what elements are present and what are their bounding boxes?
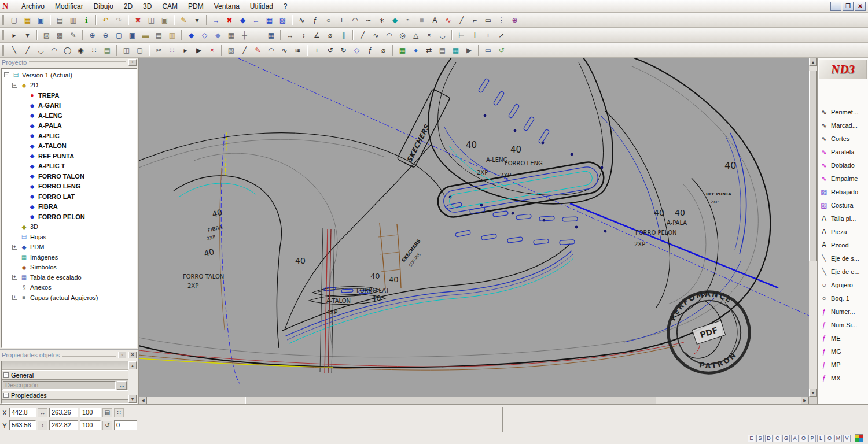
function-tool[interactable]: ƒ (363, 44, 377, 56)
point-list-tool[interactable]: ⋮ (495, 14, 508, 26)
red-pen-tool[interactable]: ✎ (251, 44, 264, 56)
tool-item-marcad[interactable]: ∿Marcad... (818, 119, 868, 132)
line-2pt-tool[interactable]: ╱ (356, 29, 369, 41)
copy-piece-button[interactable]: ◇ (198, 29, 211, 41)
layer-letter-v-11[interactable]: V (843, 435, 851, 442)
tool-item-num-si[interactable]: ƒNum.Si... (818, 318, 868, 331)
tree-item-fibra[interactable]: ◆FIBRA (2, 202, 137, 212)
images-button[interactable]: ▦ (449, 44, 462, 56)
green-panel-button[interactable]: ▦ (396, 44, 409, 56)
tree-item-versi-n-1-actual[interactable]: −▤Versión 1 (Actual) (2, 70, 137, 80)
export-button[interactable]: ← (249, 14, 263, 26)
menu-pdm[interactable]: PDM (183, 1, 209, 12)
arrow-ne-tool[interactable]: ↗ (495, 29, 508, 41)
grid-select-button[interactable]: ▦ (263, 14, 276, 26)
world-view-button[interactable]: ● (409, 44, 422, 56)
diameter-tool[interactable]: ⌀ (377, 44, 390, 56)
tree-item-forro-pelon[interactable]: ◆FORRO PELON (2, 212, 137, 222)
layer-letter-c-3[interactable]: C (774, 435, 781, 442)
tool-item-perimet[interactable]: ∿Perimet... (818, 105, 868, 119)
horizontal-scroll-thumb[interactable] (245, 397, 656, 405)
menu-dibujo[interactable]: Dibujo (89, 1, 119, 12)
select-dropdown[interactable]: ▾ (21, 29, 34, 41)
stats-button[interactable]: ▦ (225, 29, 238, 41)
canvas-horizontal-scrollbar[interactable]: ◀ ▶ (139, 397, 817, 405)
next-piece-button[interactable]: ◆ (211, 29, 225, 41)
rotate-icon[interactable]: ↺ (102, 421, 112, 430)
tool-item-numer[interactable]: ƒNumer... (818, 305, 868, 318)
menu-2d[interactable]: 2D (119, 1, 138, 12)
menu-help[interactable]: ? (278, 1, 293, 12)
minimize-button[interactable]: _ (830, 2, 841, 11)
ellipse-tool[interactable]: ◯ (61, 44, 74, 56)
step-forward-button[interactable]: ▸ (179, 44, 192, 56)
tree-item-hojas[interactable]: ▤Hojas (2, 232, 137, 242)
tool-item-mp[interactable]: ƒMP (818, 358, 868, 371)
scroll-left-icon[interactable]: ◀ (139, 397, 147, 405)
notebook-button[interactable]: ▤ (101, 44, 114, 56)
snap-center-tool[interactable]: ⊕ (508, 14, 521, 26)
menu-archivo[interactable]: Archivo (16, 1, 50, 12)
color-grid-icon[interactable] (855, 434, 863, 442)
rotate-cw-button[interactable]: ↻ (337, 44, 350, 56)
hatch-fill-tool[interactable]: ▨ (40, 29, 53, 41)
tree-item-a-plic[interactable]: ◆A-PLIC (2, 131, 137, 141)
horizontal-scroll-track[interactable] (147, 397, 801, 405)
properties-scrollbar[interactable]: ▲ ▼ (128, 361, 137, 403)
list-icon[interactable]: ▤ (102, 408, 112, 417)
tree-expand-minus-icon[interactable]: − (4, 72, 9, 77)
tree-item-anexos[interactable]: §Anexos (2, 283, 137, 293)
snap-grid-icon[interactable]: ∷ (114, 408, 124, 417)
layer-letter-a-5[interactable]: A (791, 435, 799, 442)
tree-item-forro-leng[interactable]: ◆FORRO LENG (2, 182, 137, 192)
copy-page-button[interactable]: ◫ (120, 44, 133, 56)
layer-letter-o-6[interactable]: O (800, 435, 807, 442)
dot-pattern-tool[interactable]: ∷ (87, 44, 101, 56)
zoom-in-button[interactable]: ⊕ (86, 29, 99, 41)
description-field[interactable]: Descripción (3, 381, 116, 390)
diamond-outline-tool[interactable]: ◇ (350, 44, 363, 56)
zoom-out-button[interactable]: ⊖ (99, 29, 112, 41)
info-button[interactable]: ℹ (80, 14, 93, 26)
print-preview-button[interactable]: ▥ (67, 14, 80, 26)
layer-letter-o-9[interactable]: O (826, 435, 833, 442)
tree-item-forro-talon[interactable]: ◆FORRO TALON (2, 171, 137, 182)
tool-item-talla-pi[interactable]: ATalla pi... (818, 212, 868, 225)
zoom-extents-button[interactable]: ▣ (126, 29, 139, 41)
ruler-button[interactable]: ▬ (139, 29, 152, 41)
menu-cam[interactable]: CAM (157, 1, 183, 12)
diamond-select-button[interactable]: ◆ (236, 14, 249, 26)
tool-item-eje-de-e[interactable]: ╲Eje de e... (818, 265, 868, 278)
intersect-tool[interactable]: × (422, 29, 436, 41)
redo-button[interactable]: ↷ (112, 14, 126, 26)
x-width-field[interactable]: 263.26 (49, 408, 78, 417)
scroll-down-icon[interactable]: ▼ (809, 388, 817, 397)
description-more-button[interactable]: ... (117, 381, 127, 390)
move-piece-button[interactable]: ◆ (185, 29, 198, 41)
refresh-button[interactable]: ↺ (495, 44, 508, 56)
tree-expand-minus-icon[interactable]: − (12, 83, 17, 88)
open-folder-button[interactable]: ▦ (21, 14, 34, 26)
vertical-scroll-track[interactable] (809, 66, 817, 388)
height-ref-tool[interactable]: I (468, 29, 481, 41)
blank-page-button[interactable]: ▢ (133, 44, 146, 56)
zoom-window-button[interactable]: ▢ (112, 29, 126, 41)
zigzag-tool[interactable]: ≋ (291, 44, 304, 56)
scroll-up-icon[interactable]: ▲ (128, 361, 137, 369)
tree-expand-plus-icon[interactable]: + (12, 295, 17, 300)
function-curve-tool[interactable]: ƒ (308, 14, 322, 26)
scissors-tool[interactable]: ✂ (152, 44, 165, 56)
tree-item-capas-actual-agujeros[interactable]: +≡Capas (actual Agujeros) (2, 293, 137, 303)
remove-button[interactable]: × (205, 44, 219, 56)
tangent-curve-tool[interactable]: ∼ (362, 14, 375, 26)
undo-button[interactable]: ↶ (99, 14, 112, 26)
target-snap-tool[interactable]: + (481, 29, 495, 41)
tree-item-2d[interactable]: −◆2D (2, 80, 137, 91)
rectangle-tool[interactable]: ▭ (481, 14, 495, 26)
tree-item-trepa[interactable]: ●TREPA (2, 90, 137, 101)
curve-ne-tool[interactable]: ╱ (21, 44, 34, 56)
notes-button[interactable]: ▥ (165, 29, 179, 41)
tool-item-me[interactable]: ƒME (818, 331, 868, 345)
new-document-button[interactable]: ▢ (8, 14, 21, 26)
circle-center-tool[interactable]: ◎ (396, 29, 409, 41)
